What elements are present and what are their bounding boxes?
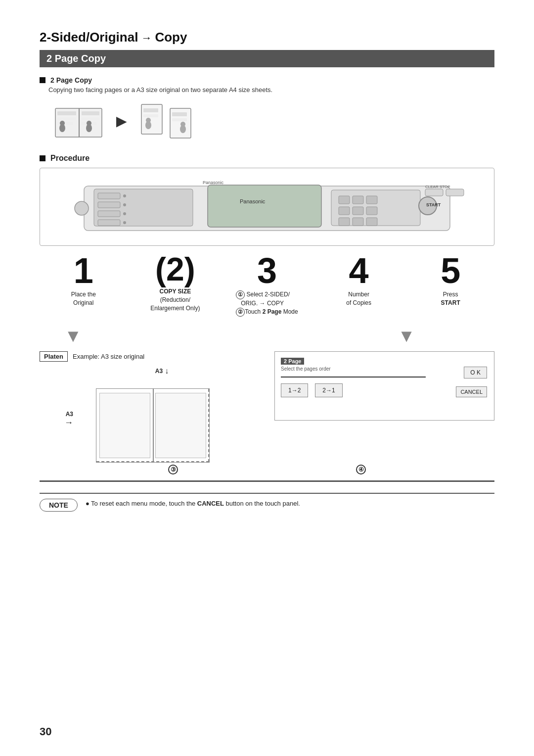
svg-point-48 [123,221,126,224]
touchscreen-divider [281,377,426,378]
svg-rect-36 [425,189,443,196]
procedure-box: Panasonic CLEAR STOP START Panasonic [40,168,494,246]
svg-rect-19 [172,118,187,121]
svg-rect-29 [339,207,350,215]
a3-diagram-row: A3 → [64,377,260,463]
arrow-icon: ► [113,111,131,132]
page2-icon [168,106,193,140]
a3-top-row: A3 ↓ [64,367,260,376]
circle-3: ③ [168,465,178,474]
svg-point-21 [180,122,185,127]
a3-left-label: A3 [66,411,73,418]
step-1-label: Place theOriginal [71,290,96,307]
btn-1-to-2[interactable]: 1→2 [281,383,308,397]
step-4-number: 4 [349,253,369,288]
step-5-number: 5 [441,253,460,288]
step-1-number: 1 [74,253,93,288]
a3-left-arrow: → [64,418,73,428]
svg-rect-33 [353,218,363,226]
copier-illustration: Panasonic CLEAR STOP START Panasonic [45,176,489,240]
black-square-icon [40,77,45,83]
svg-text:Panasonic: Panasonic [240,198,266,204]
svg-rect-13 [143,108,158,112]
copier-svg: Panasonic CLEAR STOP START Panasonic [54,176,480,240]
svg-point-47 [123,212,126,215]
svg-text:CLEAR  STOP: CLEAR STOP [425,185,450,189]
illustration-row: ► [54,102,494,140]
svg-rect-5 [82,111,99,115]
step-2: (2) COPY SIZE(Reduction/Enlargement Only… [132,253,220,312]
main-title-text: 2-Sided/Original [40,30,138,45]
step-3-number: 3 [257,253,277,288]
ok-button-label: O K [470,369,481,376]
svg-rect-4 [57,122,73,125]
svg-rect-18 [172,112,187,116]
description-text: Copying two facing pages or a A3 size or… [48,86,494,94]
note-badge: NOTE [40,499,78,512]
platen-label: Platen [40,351,68,362]
main-title-copy: Copy [155,30,187,45]
a3-diagram-container: A3 ↓ A3 → [64,367,260,463]
svg-point-46 [123,203,126,206]
svg-text:Panasonic: Panasonic [203,180,224,185]
title-arrow: → [141,32,152,44]
svg-text:START: START [426,202,441,207]
bottom-circle-row: ③ ④ [40,465,494,475]
svg-rect-27 [353,196,363,204]
touchscreen-subtitle: Select the pages order [281,366,488,372]
step-1: 1 Place theOriginal [40,253,128,307]
svg-rect-3 [57,117,76,120]
center-line [153,389,154,462]
btn-1-to-2-label: 1→2 [288,387,301,394]
circle-4-container: ④ [356,465,366,475]
touchscreen-title: 2 Page [281,358,304,365]
subsection-title-text: 2 Page Copy [50,76,92,84]
bottom-dashed-border [96,461,209,462]
note-text: ● To reset each menu mode, touch the CAN… [86,499,300,509]
a3-top-label: A3 [155,368,163,375]
procedure-square-icon [40,155,45,161]
separator-line [40,480,494,482]
svg-rect-6 [82,117,99,120]
lower-diagrams-row: Platen Example: A3 size original A3 ↓ A3… [40,351,494,463]
svg-rect-2 [57,111,76,115]
right-dashed-border [208,389,209,462]
platen-label-row: Platen Example: A3 size original [40,351,260,362]
step-3: 3 ① Select 2-SIDED/ ORIG. → COPY ②Touch … [223,253,311,317]
svg-rect-42 [98,202,120,208]
down-arrow-right: ▼ [398,326,415,346]
step-3-label: ① Select 2-SIDED/ ORIG. → COPY ②Touch 2 … [236,290,298,317]
cancel-button[interactable]: CANCEL [456,386,487,397]
svg-rect-34 [366,218,377,226]
btn-2-to-1[interactable]: 2→1 [315,383,342,397]
svg-rect-43 [98,211,120,217]
down-arrow-left: ▼ [64,326,82,346]
cancel-button-label: CANCEL [460,389,483,395]
touchscreen-inner: 2 Page Select the pages order 1→2 2→1 O … [274,351,494,421]
steps-row: 1 Place theOriginal (2) COPY SIZE(Reduct… [40,253,494,317]
main-title: 2-Sided/Original→Copy [40,30,187,45]
down-arrows-row: ▼ ▼ [40,326,494,346]
left-page-box [99,393,150,458]
svg-point-16 [146,118,151,123]
svg-rect-30 [353,207,363,215]
btn-2-to-1-label: 2→1 [322,387,335,394]
svg-rect-41 [98,193,120,199]
open-book-icon [54,103,104,139]
svg-rect-44 [98,220,120,226]
svg-rect-28 [366,196,377,204]
step-4-label: Numberof Copies [346,290,371,307]
procedure-title: Procedure [40,154,494,163]
ok-button[interactable]: O K [464,367,487,378]
a3-left-label-container: A3 → [64,411,73,428]
right-page-box [155,393,206,458]
section-header-text: 2 Page Copy [46,53,106,64]
step-2-label: COPY SIZE(Reduction/Enlargement Only) [150,287,200,312]
step-4: 4 Numberof Copies [315,253,403,307]
touchscreen-box: 2 Page Select the pages order 1→2 2→1 O … [274,351,494,421]
step-2-number: (2) [155,253,195,285]
svg-rect-26 [339,196,350,204]
subsection-title-row: 2 Page Copy [40,76,494,84]
page-number: 30 [40,725,51,738]
a3-paper-diagram [96,388,210,463]
